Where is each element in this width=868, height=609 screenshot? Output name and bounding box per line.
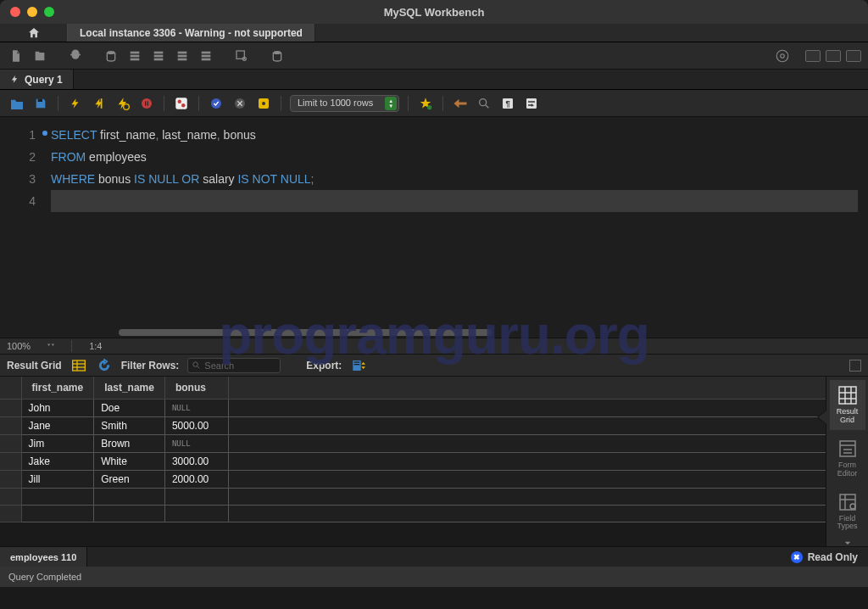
wrap-cell-icon[interactable] xyxy=(849,360,861,372)
lightning-icon xyxy=(10,75,19,84)
current-line-highlight xyxy=(51,190,858,212)
svg-rect-24 xyxy=(175,98,187,109)
sql-editor[interactable]: 1234 SELECT first_name, last_name, bonus… xyxy=(0,117,868,338)
svg-point-26 xyxy=(181,103,186,108)
query-tab-1[interactable]: Query 1 xyxy=(0,70,74,89)
result-grid[interactable]: first_namelast_namebonus JohnDoeNULLJane… xyxy=(0,377,826,546)
toggle-bottom-panel[interactable] xyxy=(826,50,841,62)
svg-rect-1 xyxy=(131,51,140,53)
code-area[interactable]: SELECT first_name, last_name, bonusFROM … xyxy=(51,117,868,338)
readonly-indicator: ✖ Read Only xyxy=(781,547,868,567)
table-row[interactable]: JakeWhite3000.00 xyxy=(0,452,826,470)
svg-rect-39 xyxy=(73,364,76,366)
svg-point-15 xyxy=(273,51,281,54)
stop-icon[interactable] xyxy=(138,95,155,112)
svg-rect-12 xyxy=(202,58,211,60)
svg-point-50 xyxy=(850,504,855,509)
svg-rect-19 xyxy=(101,98,103,109)
svg-point-31 xyxy=(427,105,431,109)
open-sql-file-icon[interactable] xyxy=(31,47,49,65)
svg-rect-4 xyxy=(154,51,164,53)
limit-rows-select[interactable]: Limit to 1000 rows ▲▼ xyxy=(290,95,399,112)
table-row[interactable] xyxy=(0,488,826,505)
horizontal-scrollbar[interactable] xyxy=(119,329,492,336)
svg-rect-6 xyxy=(154,58,164,60)
table-row[interactable]: JaneSmith5000.00 xyxy=(0,416,826,434)
result-tab-employees[interactable]: employees 110 xyxy=(0,547,87,567)
svg-rect-2 xyxy=(131,54,140,57)
zoom-dropdown-icon[interactable] xyxy=(47,343,54,349)
db-icon-3[interactable] xyxy=(149,47,168,65)
execute-current-icon[interactable] xyxy=(91,95,108,112)
wrap-icon[interactable] xyxy=(523,95,540,112)
db-icon-2[interactable] xyxy=(125,47,144,65)
execute-icon[interactable] xyxy=(67,95,84,112)
svg-point-43 xyxy=(193,362,198,367)
search-placeholder: Search xyxy=(204,360,234,371)
save-file-icon[interactable] xyxy=(32,95,49,112)
search-table-icon[interactable] xyxy=(232,47,251,65)
breakpoint-dot-icon xyxy=(42,131,47,136)
side-field-types-button[interactable]: Field Types xyxy=(830,487,865,537)
settings-icon[interactable] xyxy=(773,47,792,65)
svg-point-30 xyxy=(262,102,265,105)
result-side-panel: Result Grid Form Editor Field Types xyxy=(826,377,868,546)
column-header-first_name[interactable]: first_name xyxy=(21,377,94,399)
column-header-last_name[interactable]: last_name xyxy=(94,377,165,399)
svg-rect-23 xyxy=(147,101,148,105)
reconnect-icon[interactable] xyxy=(268,47,287,65)
db-icon-4[interactable] xyxy=(173,47,192,65)
maximize-window-button[interactable] xyxy=(44,7,54,17)
table-row[interactable]: JillGreen2000.00 xyxy=(0,470,826,488)
sql-toolbar: Limit to 1000 rows ▲▼ ¶ xyxy=(0,90,868,117)
side-result-grid-label: Result Grid xyxy=(830,408,865,425)
form-icon xyxy=(837,439,858,459)
window-controls xyxy=(0,7,54,17)
column-header-bonus[interactable]: bonus xyxy=(164,377,228,399)
settings-small-icon[interactable] xyxy=(255,95,272,112)
svg-rect-49 xyxy=(840,494,855,510)
export-icon[interactable] xyxy=(350,357,367,374)
beautify-icon[interactable] xyxy=(452,95,469,112)
table-row[interactable]: JimBrownNULL xyxy=(0,434,826,452)
stepper-icon: ▲▼ xyxy=(385,97,397,110)
toggle-autocommit-icon[interactable] xyxy=(173,95,190,112)
inspector-icon[interactable] xyxy=(66,47,85,65)
toggle-left-panel[interactable] xyxy=(805,50,821,62)
svg-rect-10 xyxy=(202,51,211,53)
table-row[interactable] xyxy=(0,505,826,522)
connection-tab[interactable]: Local instance 3306 - Warning - not supp… xyxy=(68,24,315,42)
side-form-editor-button[interactable]: Form Editor xyxy=(830,433,865,483)
side-field-types-label: Field Types xyxy=(830,515,865,532)
minimize-window-button[interactable] xyxy=(27,7,37,17)
home-icon xyxy=(27,26,41,40)
explain-icon[interactable] xyxy=(114,95,131,112)
refresh-icon[interactable] xyxy=(96,357,113,374)
favorite-icon[interactable] xyxy=(417,95,434,112)
db-icon-1[interactable] xyxy=(102,47,120,65)
new-sql-file-icon[interactable] xyxy=(7,47,25,65)
zoom-level[interactable]: 100% xyxy=(7,341,31,351)
filter-search-input[interactable]: Search xyxy=(187,358,281,373)
open-file-icon[interactable] xyxy=(8,95,25,112)
svg-rect-7 xyxy=(178,51,187,53)
side-result-grid-button[interactable]: Result Grid xyxy=(830,380,865,430)
svg-point-25 xyxy=(178,99,182,103)
db-icon-5[interactable] xyxy=(197,47,215,65)
close-window-button[interactable] xyxy=(10,7,20,17)
table-row[interactable]: JohnDoeNULL xyxy=(0,399,826,416)
svg-rect-46 xyxy=(354,364,360,365)
status-bar: Query Completed xyxy=(0,567,868,587)
invisible-chars-icon[interactable]: ¶ xyxy=(499,95,516,112)
readonly-label: Read Only xyxy=(808,551,858,563)
commit-icon[interactable] xyxy=(208,95,225,112)
find-icon[interactable] xyxy=(476,95,492,112)
toggle-right-panel[interactable] xyxy=(846,50,861,62)
svg-point-20 xyxy=(124,103,130,109)
query-tab-row: Query 1 xyxy=(0,70,868,90)
home-tab[interactable] xyxy=(0,24,68,42)
side-panel-arrow-icon xyxy=(818,411,826,424)
grid-view-icon[interactable] xyxy=(70,357,87,374)
chevron-down-icon[interactable] xyxy=(840,541,855,546)
rollback-icon[interactable] xyxy=(231,95,248,112)
